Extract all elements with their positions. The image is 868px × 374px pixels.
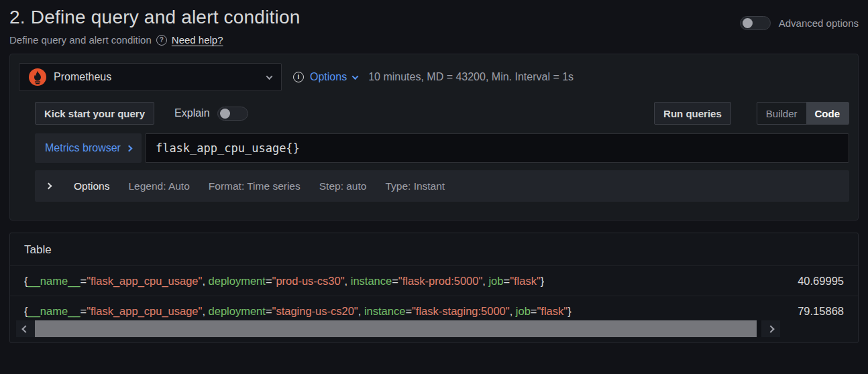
query-editor-section: Prometheus i Options 10 minutes, MD = 43… <box>9 54 859 221</box>
horizontal-scrollbar <box>16 320 780 337</box>
chevron-right-icon <box>46 183 52 190</box>
chevron-right-icon <box>767 325 774 332</box>
need-help-link[interactable]: Need help? <box>172 34 223 46</box>
question-circle-icon: ? <box>156 35 167 46</box>
series-value: 79.15868 <box>784 305 844 318</box>
options-step: Step: auto <box>319 180 367 192</box>
promql-query-input[interactable] <box>145 133 849 163</box>
alert-rule-step-2: 2. Define query and alert condition Defi… <box>0 0 868 343</box>
explain-label: Explain <box>174 107 209 119</box>
advanced-options-label: Advanced options <box>779 17 859 29</box>
query-options-link[interactable]: Options <box>310 71 358 83</box>
datasource-picker[interactable]: Prometheus <box>19 63 282 91</box>
step-subtitle: Define query and alert condition <box>9 34 152 46</box>
query-toolbar: Kick start your query Explain Run querie… <box>35 102 849 125</box>
editor-mode-group: Builder Code <box>757 102 849 125</box>
metrics-browser-button[interactable]: Metrics browser <box>35 133 142 163</box>
chevron-right-icon <box>125 145 132 151</box>
options-bar-title: Options <box>74 180 109 192</box>
advanced-options-toggle[interactable] <box>740 16 771 30</box>
toggle-knob <box>743 18 753 28</box>
advanced-options-control: Advanced options <box>740 16 859 30</box>
mode-code-option[interactable]: Code <box>806 103 849 124</box>
results-table-panel: Table {__name__="flask_app_cpu_usage", d… <box>9 233 859 343</box>
scroll-left-button[interactable] <box>16 320 35 337</box>
query-options-summary: 10 minutes, MD = 43200, Min. Interval = … <box>368 71 574 83</box>
scrollbar-thumb[interactable] <box>35 320 757 337</box>
options-format: Format: Time series <box>209 180 301 192</box>
page-title: 2. Define query and alert condition <box>9 5 301 28</box>
scroll-right-button[interactable] <box>761 320 780 337</box>
toggle-knob <box>220 109 230 119</box>
table-row: {__name__="flask_app_cpu_usage", deploym… <box>10 266 858 296</box>
chevron-left-icon <box>21 325 29 332</box>
step-header: 2. Define query and alert condition Defi… <box>9 5 859 46</box>
query-editor-body: Kick start your query Explain Run querie… <box>35 102 849 202</box>
datasource-name: Prometheus <box>54 71 111 83</box>
options-legend: Legend: Auto <box>128 180 189 192</box>
query-options-label: Options <box>310 71 347 83</box>
mode-builder-option[interactable]: Builder <box>757 103 806 124</box>
collapsed-options-bar[interactable]: Options Legend: Auto Format: Time series… <box>35 170 849 202</box>
explain-toggle[interactable] <box>217 107 248 121</box>
table-panel-title: Table <box>10 233 858 266</box>
kick-start-query-button[interactable]: Kick start your query <box>35 102 154 125</box>
step-header-left: 2. Define query and alert condition Defi… <box>9 5 301 46</box>
options-type: Type: Instant <box>385 180 445 192</box>
query-row: Metrics browser <box>35 133 849 163</box>
datasource-row: Prometheus i Options 10 minutes, MD = 43… <box>19 63 849 91</box>
series-labels: {__name__="flask_app_cpu_usage", deploym… <box>24 305 572 318</box>
step-subtitle-row: Define query and alert condition ? Need … <box>9 34 301 46</box>
prometheus-flame-icon <box>29 68 46 86</box>
table-row: {__name__="flask_app_cpu_usage", deploym… <box>10 296 858 319</box>
series-labels: {__name__="flask_app_cpu_usage", deploym… <box>24 275 544 288</box>
info-circle-icon: i <box>293 72 304 82</box>
metrics-browser-label: Metrics browser <box>45 142 121 154</box>
scrollbar-track[interactable] <box>35 320 761 337</box>
chevron-down-icon <box>266 73 273 80</box>
chevron-down-icon <box>352 73 359 80</box>
run-queries-button[interactable]: Run queries <box>654 102 731 125</box>
series-value: 40.69995 <box>784 275 844 288</box>
